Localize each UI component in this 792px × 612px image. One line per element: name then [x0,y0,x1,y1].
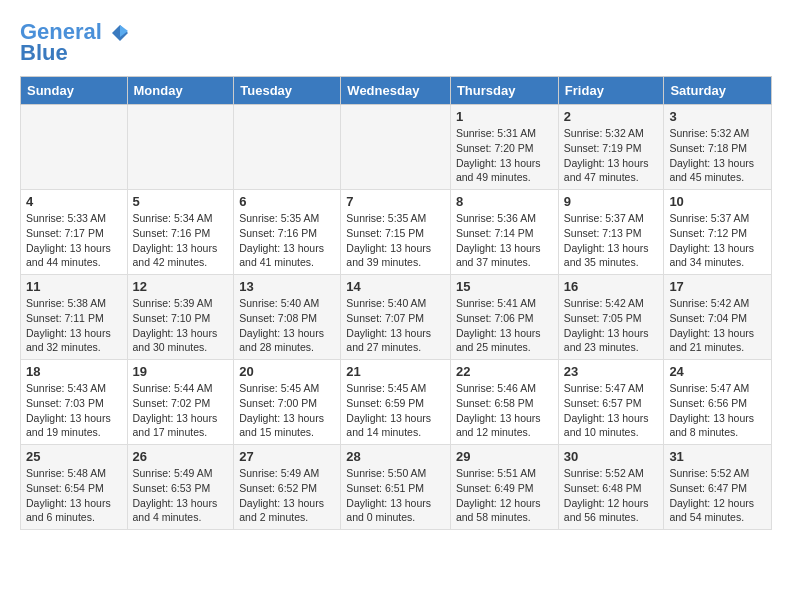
calendar-cell: 7Sunrise: 5:35 AM Sunset: 7:15 PM Daylig… [341,190,451,275]
day-number: 10 [669,194,766,209]
calendar-cell: 26Sunrise: 5:49 AM Sunset: 6:53 PM Dayli… [127,445,234,530]
weekday-header-wednesday: Wednesday [341,77,451,105]
day-info: Sunrise: 5:42 AM Sunset: 7:04 PM Dayligh… [669,296,766,355]
day-number: 15 [456,279,553,294]
calendar-cell: 27Sunrise: 5:49 AM Sunset: 6:52 PM Dayli… [234,445,341,530]
day-number: 17 [669,279,766,294]
calendar-cell [21,105,128,190]
day-number: 19 [133,364,229,379]
day-number: 30 [564,449,659,464]
day-number: 14 [346,279,445,294]
day-number: 24 [669,364,766,379]
calendar-cell: 6Sunrise: 5:35 AM Sunset: 7:16 PM Daylig… [234,190,341,275]
day-info: Sunrise: 5:39 AM Sunset: 7:10 PM Dayligh… [133,296,229,355]
day-number: 6 [239,194,335,209]
day-info: Sunrise: 5:47 AM Sunset: 6:56 PM Dayligh… [669,381,766,440]
calendar-cell: 22Sunrise: 5:46 AM Sunset: 6:58 PM Dayli… [450,360,558,445]
calendar-cell: 23Sunrise: 5:47 AM Sunset: 6:57 PM Dayli… [558,360,664,445]
day-info: Sunrise: 5:33 AM Sunset: 7:17 PM Dayligh… [26,211,122,270]
calendar-cell: 25Sunrise: 5:48 AM Sunset: 6:54 PM Dayli… [21,445,128,530]
calendar-cell: 11Sunrise: 5:38 AM Sunset: 7:11 PM Dayli… [21,275,128,360]
day-info: Sunrise: 5:42 AM Sunset: 7:05 PM Dayligh… [564,296,659,355]
day-number: 3 [669,109,766,124]
day-number: 9 [564,194,659,209]
day-info: Sunrise: 5:34 AM Sunset: 7:16 PM Dayligh… [133,211,229,270]
day-number: 2 [564,109,659,124]
calendar-cell: 14Sunrise: 5:40 AM Sunset: 7:07 PM Dayli… [341,275,451,360]
day-info: Sunrise: 5:47 AM Sunset: 6:57 PM Dayligh… [564,381,659,440]
day-info: Sunrise: 5:44 AM Sunset: 7:02 PM Dayligh… [133,381,229,440]
weekday-header-sunday: Sunday [21,77,128,105]
calendar-cell [341,105,451,190]
day-number: 11 [26,279,122,294]
day-number: 21 [346,364,445,379]
calendar-cell: 8Sunrise: 5:36 AM Sunset: 7:14 PM Daylig… [450,190,558,275]
day-number: 12 [133,279,229,294]
weekday-header-saturday: Saturday [664,77,772,105]
day-number: 28 [346,449,445,464]
calendar-cell: 10Sunrise: 5:37 AM Sunset: 7:12 PM Dayli… [664,190,772,275]
calendar-cell [127,105,234,190]
day-info: Sunrise: 5:32 AM Sunset: 7:19 PM Dayligh… [564,126,659,185]
weekday-header-thursday: Thursday [450,77,558,105]
calendar-cell: 24Sunrise: 5:47 AM Sunset: 6:56 PM Dayli… [664,360,772,445]
day-info: Sunrise: 5:35 AM Sunset: 7:16 PM Dayligh… [239,211,335,270]
calendar-cell: 12Sunrise: 5:39 AM Sunset: 7:10 PM Dayli… [127,275,234,360]
calendar-cell: 20Sunrise: 5:45 AM Sunset: 7:00 PM Dayli… [234,360,341,445]
calendar-cell: 29Sunrise: 5:51 AM Sunset: 6:49 PM Dayli… [450,445,558,530]
page-header: General Blue [20,20,772,66]
day-info: Sunrise: 5:52 AM Sunset: 6:48 PM Dayligh… [564,466,659,525]
calendar-cell: 2Sunrise: 5:32 AM Sunset: 7:19 PM Daylig… [558,105,664,190]
calendar-cell: 16Sunrise: 5:42 AM Sunset: 7:05 PM Dayli… [558,275,664,360]
day-info: Sunrise: 5:52 AM Sunset: 6:47 PM Dayligh… [669,466,766,525]
day-info: Sunrise: 5:35 AM Sunset: 7:15 PM Dayligh… [346,211,445,270]
day-number: 27 [239,449,335,464]
weekday-header-tuesday: Tuesday [234,77,341,105]
day-number: 16 [564,279,659,294]
calendar-week-4: 18Sunrise: 5:43 AM Sunset: 7:03 PM Dayli… [21,360,772,445]
calendar-cell: 30Sunrise: 5:52 AM Sunset: 6:48 PM Dayli… [558,445,664,530]
calendar-cell: 13Sunrise: 5:40 AM Sunset: 7:08 PM Dayli… [234,275,341,360]
calendar-cell: 9Sunrise: 5:37 AM Sunset: 7:13 PM Daylig… [558,190,664,275]
calendar-cell: 1Sunrise: 5:31 AM Sunset: 7:20 PM Daylig… [450,105,558,190]
day-number: 5 [133,194,229,209]
calendar-cell: 15Sunrise: 5:41 AM Sunset: 7:06 PM Dayli… [450,275,558,360]
calendar-cell: 21Sunrise: 5:45 AM Sunset: 6:59 PM Dayli… [341,360,451,445]
day-info: Sunrise: 5:49 AM Sunset: 6:52 PM Dayligh… [239,466,335,525]
day-info: Sunrise: 5:38 AM Sunset: 7:11 PM Dayligh… [26,296,122,355]
day-info: Sunrise: 5:51 AM Sunset: 6:49 PM Dayligh… [456,466,553,525]
day-info: Sunrise: 5:37 AM Sunset: 7:13 PM Dayligh… [564,211,659,270]
logo: General Blue [20,20,130,66]
day-number: 20 [239,364,335,379]
day-number: 31 [669,449,766,464]
calendar-cell: 17Sunrise: 5:42 AM Sunset: 7:04 PM Dayli… [664,275,772,360]
weekday-header-friday: Friday [558,77,664,105]
day-info: Sunrise: 5:31 AM Sunset: 7:20 PM Dayligh… [456,126,553,185]
day-info: Sunrise: 5:41 AM Sunset: 7:06 PM Dayligh… [456,296,553,355]
calendar-week-5: 25Sunrise: 5:48 AM Sunset: 6:54 PM Dayli… [21,445,772,530]
weekday-header-row: SundayMondayTuesdayWednesdayThursdayFrid… [21,77,772,105]
day-info: Sunrise: 5:40 AM Sunset: 7:07 PM Dayligh… [346,296,445,355]
calendar-week-1: 1Sunrise: 5:31 AM Sunset: 7:20 PM Daylig… [21,105,772,190]
day-info: Sunrise: 5:46 AM Sunset: 6:58 PM Dayligh… [456,381,553,440]
day-number: 26 [133,449,229,464]
day-number: 18 [26,364,122,379]
day-info: Sunrise: 5:45 AM Sunset: 6:59 PM Dayligh… [346,381,445,440]
calendar-cell: 18Sunrise: 5:43 AM Sunset: 7:03 PM Dayli… [21,360,128,445]
calendar-week-2: 4Sunrise: 5:33 AM Sunset: 7:17 PM Daylig… [21,190,772,275]
calendar-week-3: 11Sunrise: 5:38 AM Sunset: 7:11 PM Dayli… [21,275,772,360]
day-number: 13 [239,279,335,294]
day-info: Sunrise: 5:48 AM Sunset: 6:54 PM Dayligh… [26,466,122,525]
day-info: Sunrise: 5:40 AM Sunset: 7:08 PM Dayligh… [239,296,335,355]
day-number: 8 [456,194,553,209]
day-info: Sunrise: 5:49 AM Sunset: 6:53 PM Dayligh… [133,466,229,525]
calendar-cell: 31Sunrise: 5:52 AM Sunset: 6:47 PM Dayli… [664,445,772,530]
calendar-cell: 3Sunrise: 5:32 AM Sunset: 7:18 PM Daylig… [664,105,772,190]
calendar-cell: 4Sunrise: 5:33 AM Sunset: 7:17 PM Daylig… [21,190,128,275]
calendar-cell: 28Sunrise: 5:50 AM Sunset: 6:51 PM Dayli… [341,445,451,530]
day-number: 4 [26,194,122,209]
day-info: Sunrise: 5:37 AM Sunset: 7:12 PM Dayligh… [669,211,766,270]
day-number: 29 [456,449,553,464]
day-info: Sunrise: 5:36 AM Sunset: 7:14 PM Dayligh… [456,211,553,270]
day-number: 22 [456,364,553,379]
